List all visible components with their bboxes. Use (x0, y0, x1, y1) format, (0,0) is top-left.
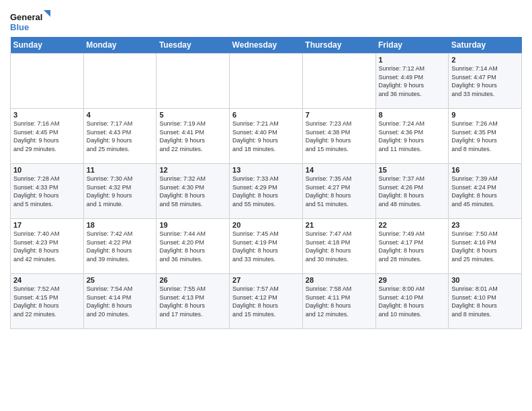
day-info: Sunrise: 7:26 AMSunset: 4:35 PMDaylight:… (451, 120, 519, 153)
day-number: 8 (379, 111, 446, 119)
weekday-monday: Monday (83, 37, 157, 54)
day-number: 20 (232, 221, 300, 229)
day-cell-16: 16Sunrise: 7:39 AMSunset: 4:24 PMDayligh… (449, 164, 522, 219)
svg-text:Blue: Blue (10, 22, 29, 32)
logo: GeneralBlue (10, 10, 50, 34)
day-cell-21: 21Sunrise: 7:47 AMSunset: 4:18 PMDayligh… (302, 219, 375, 274)
day-number: 11 (87, 166, 154, 174)
day-cell-17: 17Sunrise: 7:40 AMSunset: 4:23 PMDayligh… (11, 219, 84, 274)
logo-svg: GeneralBlue (10, 10, 50, 34)
day-info: Sunrise: 7:17 AMSunset: 4:43 PMDaylight:… (87, 120, 154, 153)
day-number: 13 (232, 166, 300, 174)
day-info: Sunrise: 7:58 AMSunset: 4:11 PMDaylight:… (306, 285, 373, 318)
day-info: Sunrise: 7:45 AMSunset: 4:19 PMDaylight:… (232, 230, 300, 263)
empty-cell (302, 54, 375, 109)
day-cell-22: 22Sunrise: 7:49 AMSunset: 4:17 PMDayligh… (375, 219, 449, 274)
day-cell-25: 25Sunrise: 7:54 AMSunset: 4:14 PMDayligh… (83, 274, 157, 329)
day-cell-10: 10Sunrise: 7:28 AMSunset: 4:33 PMDayligh… (11, 164, 84, 219)
week-row-3: 10Sunrise: 7:28 AMSunset: 4:33 PMDayligh… (11, 164, 522, 219)
empty-cell (83, 54, 157, 109)
day-number: 26 (159, 276, 226, 284)
day-info: Sunrise: 8:01 AMSunset: 4:10 PMDaylight:… (451, 285, 519, 318)
day-cell-11: 11Sunrise: 7:30 AMSunset: 4:32 PMDayligh… (83, 164, 157, 219)
day-info: Sunrise: 7:30 AMSunset: 4:32 PMDaylight:… (87, 175, 154, 208)
day-info: Sunrise: 7:39 AMSunset: 4:24 PMDaylight:… (451, 175, 519, 208)
day-info: Sunrise: 7:32 AMSunset: 4:30 PMDaylight:… (159, 175, 226, 208)
week-row-1: 1Sunrise: 7:12 AMSunset: 4:49 PMDaylight… (11, 54, 522, 109)
weekday-header-row: SundayMondayTuesdayWednesdayThursdayFrid… (11, 37, 522, 54)
day-cell-14: 14Sunrise: 7:35 AMSunset: 4:27 PMDayligh… (302, 164, 375, 219)
day-info: Sunrise: 7:49 AMSunset: 4:17 PMDaylight:… (379, 230, 446, 263)
day-number: 16 (451, 166, 519, 174)
day-info: Sunrise: 7:57 AMSunset: 4:12 PMDaylight:… (232, 285, 300, 318)
day-number: 3 (13, 111, 81, 119)
day-info: Sunrise: 7:12 AMSunset: 4:49 PMDaylight:… (379, 64, 446, 98)
day-number: 21 (306, 221, 373, 229)
day-cell-24: 24Sunrise: 7:52 AMSunset: 4:15 PMDayligh… (11, 274, 84, 329)
day-info: Sunrise: 7:47 AMSunset: 4:18 PMDaylight:… (306, 230, 373, 263)
day-info: Sunrise: 7:19 AMSunset: 4:41 PMDaylight:… (159, 120, 226, 153)
day-number: 27 (232, 276, 300, 284)
day-number: 14 (306, 166, 373, 174)
day-number: 15 (379, 166, 446, 174)
day-info: Sunrise: 7:24 AMSunset: 4:36 PMDaylight:… (379, 120, 446, 153)
day-info: Sunrise: 7:14 AMSunset: 4:47 PMDaylight:… (451, 64, 519, 98)
day-cell-6: 6Sunrise: 7:21 AMSunset: 4:40 PMDaylight… (230, 109, 303, 164)
week-row-5: 24Sunrise: 7:52 AMSunset: 4:15 PMDayligh… (11, 274, 522, 329)
day-cell-18: 18Sunrise: 7:42 AMSunset: 4:22 PMDayligh… (83, 219, 157, 274)
day-number: 1 (379, 56, 446, 64)
svg-marker-2 (44, 10, 50, 17)
day-cell-8: 8Sunrise: 7:24 AMSunset: 4:36 PMDaylight… (375, 109, 449, 164)
day-info: Sunrise: 7:42 AMSunset: 4:22 PMDaylight:… (87, 230, 154, 263)
weekday-wednesday: Wednesday (230, 37, 303, 54)
day-number: 24 (13, 276, 81, 284)
day-cell-29: 29Sunrise: 8:00 AMSunset: 4:10 PMDayligh… (375, 274, 449, 329)
weekday-friday: Friday (375, 37, 449, 54)
day-info: Sunrise: 7:55 AMSunset: 4:13 PMDaylight:… (159, 285, 226, 318)
day-number: 4 (87, 111, 154, 119)
day-number: 9 (451, 111, 519, 119)
day-cell-15: 15Sunrise: 7:37 AMSunset: 4:26 PMDayligh… (375, 164, 449, 219)
day-cell-20: 20Sunrise: 7:45 AMSunset: 4:19 PMDayligh… (230, 219, 303, 274)
day-info: Sunrise: 7:44 AMSunset: 4:20 PMDaylight:… (159, 230, 226, 263)
day-cell-23: 23Sunrise: 7:50 AMSunset: 4:16 PMDayligh… (449, 219, 522, 274)
day-number: 22 (379, 221, 446, 229)
day-cell-30: 30Sunrise: 8:01 AMSunset: 4:10 PMDayligh… (449, 274, 522, 329)
week-row-2: 3Sunrise: 7:16 AMSunset: 4:45 PMDaylight… (11, 109, 522, 164)
day-number: 28 (306, 276, 373, 284)
day-number: 5 (159, 111, 226, 119)
day-number: 29 (379, 276, 446, 284)
day-info: Sunrise: 7:35 AMSunset: 4:27 PMDaylight:… (306, 175, 373, 208)
weekday-sunday: Sunday (11, 37, 84, 54)
day-info: Sunrise: 7:33 AMSunset: 4:29 PMDaylight:… (232, 175, 300, 208)
day-number: 10 (13, 166, 81, 174)
day-cell-27: 27Sunrise: 7:57 AMSunset: 4:12 PMDayligh… (230, 274, 303, 329)
day-info: Sunrise: 7:52 AMSunset: 4:15 PMDaylight:… (13, 285, 81, 318)
weekday-saturday: Saturday (449, 37, 522, 54)
day-cell-12: 12Sunrise: 7:32 AMSunset: 4:30 PMDayligh… (157, 164, 230, 219)
empty-cell (157, 54, 230, 109)
day-cell-28: 28Sunrise: 7:58 AMSunset: 4:11 PMDayligh… (302, 274, 375, 329)
calendar-table: SundayMondayTuesdayWednesdayThursdayFrid… (10, 37, 522, 329)
day-number: 17 (13, 221, 81, 229)
day-number: 25 (87, 276, 154, 284)
day-number: 19 (159, 221, 226, 229)
day-cell-1: 1Sunrise: 7:12 AMSunset: 4:49 PMDaylight… (375, 54, 449, 109)
day-number: 23 (451, 221, 519, 229)
empty-cell (230, 54, 303, 109)
weekday-thursday: Thursday (302, 37, 375, 54)
day-info: Sunrise: 7:54 AMSunset: 4:14 PMDaylight:… (87, 285, 154, 318)
day-number: 12 (159, 166, 226, 174)
day-info: Sunrise: 7:23 AMSunset: 4:38 PMDaylight:… (306, 120, 373, 153)
day-number: 7 (306, 111, 373, 119)
day-info: Sunrise: 7:16 AMSunset: 4:45 PMDaylight:… (13, 120, 81, 153)
day-cell-5: 5Sunrise: 7:19 AMSunset: 4:41 PMDaylight… (157, 109, 230, 164)
week-row-4: 17Sunrise: 7:40 AMSunset: 4:23 PMDayligh… (11, 219, 522, 274)
weekday-tuesday: Tuesday (157, 37, 230, 54)
day-info: Sunrise: 7:40 AMSunset: 4:23 PMDaylight:… (13, 230, 81, 263)
day-info: Sunrise: 8:00 AMSunset: 4:10 PMDaylight:… (379, 285, 446, 318)
header-row: GeneralBlue (10, 7, 522, 34)
day-cell-4: 4Sunrise: 7:17 AMSunset: 4:43 PMDaylight… (83, 109, 157, 164)
day-number: 18 (87, 221, 154, 229)
day-number: 6 (232, 111, 300, 119)
